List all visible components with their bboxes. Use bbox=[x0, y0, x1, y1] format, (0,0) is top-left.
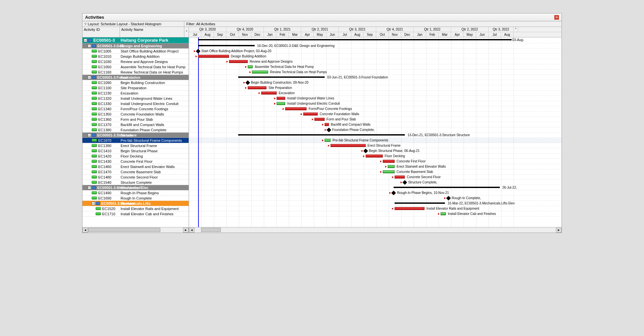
month-header[interactable]: Jul bbox=[339, 32, 351, 37]
wbs-row[interactable]: −EC00501-3.D&EDesign and Engineering bbox=[82, 43, 189, 49]
activity-bar[interactable] bbox=[383, 160, 395, 163]
month-header[interactable]: Oct bbox=[226, 32, 239, 37]
month-header[interactable]: Jul bbox=[189, 32, 201, 37]
month-header[interactable]: Nov bbox=[389, 32, 401, 37]
summary-bar[interactable] bbox=[198, 45, 255, 46]
month-header[interactable]: Aug bbox=[201, 32, 214, 37]
activity-bar[interactable] bbox=[285, 107, 307, 110]
activity-row[interactable]: EC1050Assemble Technical Data for Heat P… bbox=[82, 64, 189, 70]
month-header[interactable]: Mar bbox=[289, 32, 301, 37]
activity-row[interactable]: EC1870Pre-fab Structural Frame Component… bbox=[82, 138, 189, 143]
scrollbar-thumb[interactable] bbox=[201, 228, 221, 232]
collapse-toggle[interactable]: − bbox=[88, 76, 91, 79]
activity-bar[interactable] bbox=[252, 71, 268, 74]
activity-row[interactable]: EC1360Form and Pour Slab bbox=[82, 117, 189, 122]
month-header[interactable]: Mar bbox=[439, 32, 451, 37]
summary-bar[interactable] bbox=[198, 39, 512, 40]
month-header[interactable]: Sep bbox=[364, 32, 376, 37]
activity-bar[interactable] bbox=[383, 170, 395, 173]
timeline-header[interactable]: Qtr 3, 2020Qtr 4, 2020Qtr 1, 2021Qtr 2, … bbox=[189, 27, 562, 37]
activity-bar[interactable] bbox=[248, 86, 266, 89]
collapse-toggle[interactable]: − bbox=[84, 39, 87, 42]
scroll-right-button[interactable]: ► bbox=[556, 228, 562, 233]
activity-row[interactable]: EC1390Erect Structural Frame bbox=[82, 143, 189, 148]
close-button[interactable]: ✕ bbox=[554, 15, 559, 20]
activity-row[interactable]: EC1340Form/Pour Concrete Footings bbox=[82, 106, 189, 112]
wbs-row[interactable]: −EC00501-3.Mechanicals.LiftsElevator bbox=[82, 201, 189, 206]
activity-row[interactable]: EC1330Install Underground Electric Condu… bbox=[82, 101, 189, 106]
activity-bar[interactable] bbox=[248, 65, 253, 68]
month-header[interactable]: Aug bbox=[351, 32, 364, 37]
wbs-row[interactable]: −EC00501-3.FoundFoundation bbox=[82, 75, 189, 80]
activity-bar[interactable] bbox=[261, 92, 277, 94]
activity-row[interactable]: EC1430Concrete First Floor bbox=[82, 159, 189, 164]
activity-row[interactable]: EC1460Erect Stairwell and Elevator Walls bbox=[82, 164, 189, 169]
summary-bar[interactable] bbox=[394, 187, 499, 188]
activity-bar[interactable] bbox=[331, 144, 366, 147]
activity-row[interactable]: EC1540Structure Complete bbox=[82, 180, 189, 185]
scroll-up-button[interactable]: ˄ bbox=[514, 27, 518, 32]
month-header[interactable]: Feb bbox=[276, 32, 289, 37]
activity-row[interactable]: EC1480Concrete Second Floor bbox=[82, 175, 189, 180]
month-header[interactable]: Feb bbox=[426, 32, 439, 37]
quarter-header[interactable]: Qtr 2, 2021 bbox=[301, 27, 339, 32]
summary-bar[interactable] bbox=[395, 202, 445, 204]
quarter-header[interactable]: Qtr 3, 2021 bbox=[339, 27, 376, 32]
activity-bar[interactable] bbox=[325, 123, 329, 126]
month-header[interactable]: Dec bbox=[401, 32, 414, 37]
activity-row[interactable]: EC1370Backfill and Compact Walls bbox=[82, 122, 189, 127]
month-header[interactable]: May bbox=[314, 32, 326, 37]
activity-bar[interactable] bbox=[277, 97, 285, 100]
activity-row[interactable]: EC1010Design Building Addition bbox=[82, 54, 189, 59]
activity-row[interactable]: EC1690Rough In Complete bbox=[82, 196, 189, 201]
month-header[interactable]: Jan bbox=[264, 32, 276, 37]
activity-bar[interactable] bbox=[314, 118, 325, 121]
right-scrollbar[interactable]: ◄ ► bbox=[189, 227, 562, 233]
summary-bar[interactable] bbox=[238, 76, 325, 78]
gantt-chart[interactable]: 03-Aug-16-Dec-20, EC00501-3.D&E Design a… bbox=[189, 37, 562, 227]
quarter-header[interactable]: Qtr 1, 2022 bbox=[414, 27, 451, 32]
activity-bar[interactable] bbox=[395, 176, 405, 178]
activity-row[interactable]: EC1160Review Technical Data on Heat Pump… bbox=[82, 70, 189, 75]
activity-row[interactable]: EC1230Excavation bbox=[82, 91, 189, 96]
activity-bar[interactable] bbox=[229, 60, 248, 63]
activity-row[interactable]: EC1030Review and Approve Designs bbox=[82, 59, 189, 64]
activity-row[interactable]: EC1100Site Preparation bbox=[82, 85, 189, 91]
activity-row[interactable]: EC1350Concrete Foundation Walls bbox=[82, 112, 189, 117]
collapse-toggle[interactable]: − bbox=[88, 134, 91, 137]
wbs-row[interactable]: −EC00501-3Haitang Corporate Park bbox=[82, 37, 189, 43]
activity-row[interactable]: EC1380Foundation Phase Complete bbox=[82, 127, 189, 133]
month-header[interactable]: May bbox=[464, 32, 476, 37]
month-header[interactable]: Jul bbox=[489, 32, 501, 37]
activity-row[interactable]: EC1410Begin Structural Phase bbox=[82, 148, 189, 154]
activity-bar[interactable] bbox=[395, 207, 425, 210]
activity-row[interactable]: EC1490Rough-In Phase Begins bbox=[82, 190, 189, 196]
activity-bar[interactable] bbox=[303, 113, 318, 116]
month-header[interactable]: Dec bbox=[251, 32, 264, 37]
scrollbar-track[interactable] bbox=[88, 228, 183, 233]
column-header-activity-name[interactable]: Activity Name bbox=[120, 27, 184, 37]
month-header[interactable]: Apr bbox=[451, 32, 464, 37]
activity-row[interactable]: EC1320Install Underground Water Lines bbox=[82, 96, 189, 101]
quarter-header[interactable]: Qtr 3, 2020 bbox=[189, 27, 226, 32]
wbs-row[interactable]: −EC00501-3.StructureStructure bbox=[82, 133, 189, 138]
layout-selector[interactable]: ▽ Layout: Schedule Layout - Stacked Hist… bbox=[82, 21, 184, 27]
month-header[interactable]: Oct bbox=[376, 32, 389, 37]
collapse-toggle[interactable]: − bbox=[92, 202, 95, 205]
month-header[interactable]: Jun bbox=[326, 32, 339, 37]
collapse-toggle[interactable]: − bbox=[88, 44, 91, 48]
quarter-header[interactable]: Qtr 4, 2020 bbox=[226, 27, 264, 32]
quarter-header[interactable]: Qtr 3, 2022 bbox=[489, 27, 514, 32]
activity-row[interactable]: EC1420Floor Decking bbox=[82, 154, 189, 159]
quarter-header[interactable]: Qtr 2, 2022 bbox=[451, 27, 489, 32]
quarter-header[interactable]: Qtr 1, 2021 bbox=[264, 27, 301, 32]
column-header-activity-id[interactable]: Activity ID bbox=[82, 27, 120, 37]
collapse-toggle[interactable]: − bbox=[88, 186, 91, 189]
activity-bar[interactable] bbox=[325, 139, 331, 142]
month-header[interactable]: Nov bbox=[239, 32, 251, 37]
activity-row[interactable]: EC1520Install Elevator Rails and Equipme… bbox=[82, 206, 189, 211]
activity-row[interactable]: EC1005Start Office Building Addition Pro… bbox=[82, 49, 189, 54]
scroll-left-button[interactable]: ◄ bbox=[189, 228, 195, 233]
scrollbar-thumb[interactable] bbox=[88, 228, 160, 232]
activity-list[interactable]: −EC00501-3Haitang Corporate Park−EC00501… bbox=[82, 37, 189, 227]
